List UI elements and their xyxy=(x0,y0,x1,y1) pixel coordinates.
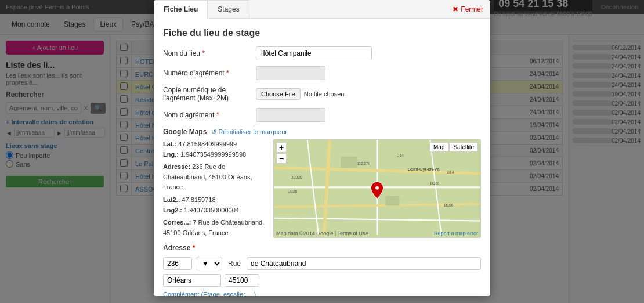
modal-close-btn[interactable]: ✖ Fermer xyxy=(446,0,490,18)
lat2-row: Lat2.: 47.8159718 xyxy=(163,195,267,205)
address-street-name-input[interactable] xyxy=(247,257,481,270)
map-copyright: Map data ©2014 Google | Terms of Use xyxy=(276,230,368,236)
nom-input[interactable] xyxy=(256,46,372,60)
zoom-in-btn[interactable]: + xyxy=(276,142,287,153)
modal-body: Fiche du lieu de stage Nom du lieu * Num… xyxy=(154,19,490,296)
no-file-label: No file chosen xyxy=(304,91,345,98)
adresse-row: Adresse: 236 Rue de Châteaubriand, 45100… xyxy=(163,162,267,193)
svg-text:D106: D106 xyxy=(444,203,453,207)
maps-section: Google Maps ↺ Réinitialiser le marqueur … xyxy=(163,128,481,238)
copie-label: Copie numérique de l'agrément (Max. 2M) xyxy=(163,86,256,102)
zoom-controls: + − xyxy=(276,142,287,164)
modal-overlay: Fiche Lieu Stages ✖ Fermer Fiche du lieu… xyxy=(0,0,644,303)
svg-text:D14: D14 xyxy=(397,153,404,157)
maps-header: Google Maps ↺ Réinitialiser le marqueur xyxy=(163,128,481,136)
svg-point-20 xyxy=(375,186,379,190)
map-view-btn[interactable]: Map xyxy=(429,142,448,152)
modal-tabs: Fiche Lieu Stages ✖ Fermer xyxy=(154,0,490,19)
num-agrement-input[interactable] xyxy=(256,66,325,80)
address-street-type-display: Rue xyxy=(228,259,241,268)
map-report-link[interactable]: Report a map error xyxy=(434,230,478,236)
nom-agrement-input[interactable] xyxy=(256,108,325,122)
lng-row: Lng.: 1.94073549999999598 xyxy=(163,150,267,160)
maps-info: Lat.: 47.81598409999999 Lng.: 1.94073549… xyxy=(163,139,267,238)
svg-text:D2020: D2020 xyxy=(291,175,302,179)
address-section: Adresse * ▼ Rue Complément (Etage, escal… xyxy=(163,244,481,296)
svg-text:Saint-Cyr-en-Val: Saint-Cyr-en-Val xyxy=(408,167,441,172)
complement-link[interactable]: Complément (Etage, escalier, ...) xyxy=(163,291,256,296)
tab-stages[interactable]: Stages xyxy=(208,0,249,19)
zoom-out-btn[interactable]: − xyxy=(276,153,287,164)
address-row-number: ▼ Rue xyxy=(163,257,481,270)
modal: Fiche Lieu Stages ✖ Fermer Fiche du lieu… xyxy=(154,0,490,296)
nom-agrement-label: Nom d'agrément * xyxy=(163,111,256,119)
maps-container: Lat.: 47.81598409999999 Lng.: 1.94073549… xyxy=(163,139,481,238)
map-btn-group: Map Satellite xyxy=(429,142,478,152)
address-postal-input[interactable] xyxy=(225,274,259,287)
svg-text:D326: D326 xyxy=(288,189,297,193)
lng2-row: Lng2.: 1.94070350000004 xyxy=(163,205,267,216)
form-row-num-agrement: Numéro d'agrément * xyxy=(163,66,481,80)
address-number-input[interactable] xyxy=(163,257,192,270)
choose-file-btn[interactable]: Choose File xyxy=(256,88,301,100)
svg-text:D227I: D227I xyxy=(357,161,370,166)
address-row-city xyxy=(163,274,481,287)
satellite-view-btn[interactable]: Satellite xyxy=(449,142,478,152)
maps-label: Google Maps xyxy=(163,128,207,136)
address-street-type-select[interactable]: ▼ xyxy=(196,257,222,270)
form-row-nom: Nom du lieu * xyxy=(163,46,481,60)
num-agrement-label: Numéro d'agrément * xyxy=(163,69,256,77)
map-image[interactable]: D227I D14 D2020 D326 D326 D14 D106 Saint… xyxy=(273,139,481,238)
form-row-copie: Copie numérique de l'agrément (Max. 2M) … xyxy=(163,86,481,102)
tab-fiche-lieu[interactable]: Fiche Lieu xyxy=(154,0,208,19)
svg-rect-9 xyxy=(341,157,357,168)
reset-marker-btn[interactable]: ↺ Réinitialiser le marqueur xyxy=(211,128,287,136)
svg-text:D326: D326 xyxy=(430,181,439,185)
lat-row: Lat.: 47.81598409999999 xyxy=(163,139,267,150)
svg-text:D14: D14 xyxy=(447,170,454,174)
file-input-area: Choose File No file chosen xyxy=(256,88,344,100)
close-circle-icon: ✖ xyxy=(453,5,458,13)
svg-rect-10 xyxy=(385,196,399,205)
form-row-nom-agrement: Nom d'agrément * xyxy=(163,108,481,122)
address-city-input[interactable] xyxy=(163,274,221,287)
modal-title: Fiche du lieu de stage xyxy=(163,28,481,38)
address-title: Adresse * xyxy=(163,244,481,252)
corres-row: Corres...: 7 Rue de Châteaubriand, 45100… xyxy=(163,218,267,238)
nom-label: Nom du lieu * xyxy=(163,49,256,57)
